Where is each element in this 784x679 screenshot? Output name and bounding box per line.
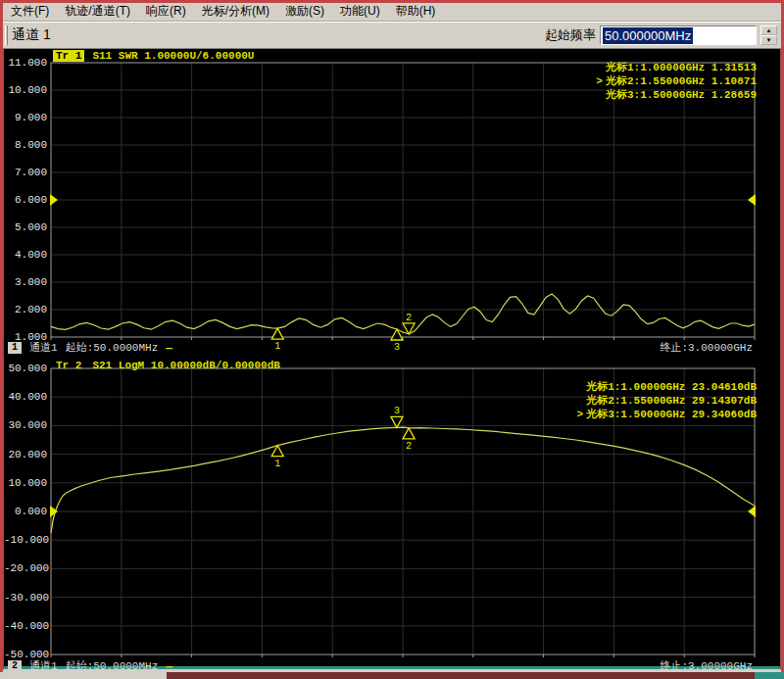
s21-y-axis: 50.00040.00030.00020.00010.0000.000-10.0… (4, 357, 49, 669)
y-axis-label: 8.000 (4, 139, 47, 151)
start-frequency-value: 50.000000MHz (603, 27, 693, 44)
s21-marker-readout: 光标1:1.00000GHz 23.04610dB 光标2:1.55000GHz… (577, 380, 757, 421)
menu-item-3[interactable]: 光标/分析(M) (194, 2, 277, 22)
marker-readout-row: 光标2:1.55000GHz 29.14307dB (577, 394, 757, 408)
trace1-badge[interactable]: Tr 1 (53, 50, 84, 62)
status-start-freq: 起始:50.0000MHz (66, 340, 159, 355)
y-axis-label: 10.000 (4, 84, 47, 96)
y-axis-label: 5.000 (4, 221, 47, 233)
s11-trace-header[interactable]: Tr 1 S11 SWR 1.00000U/6.00000U (53, 50, 254, 62)
trace1-label: S11 SWR 1.00000U/6.00000U (92, 50, 254, 62)
sweep-indicator: — (166, 660, 172, 672)
menu-item-4[interactable]: 激励(S) (277, 2, 332, 22)
y-axis-label: 10.000 (4, 477, 47, 489)
marker-2-icon (403, 428, 415, 439)
stepper-down-icon[interactable]: ▼ (760, 35, 777, 45)
marker-readout-row: >光标2:1.55000GHz 1.10871 (596, 74, 757, 88)
stepper-up-icon[interactable]: ▲ (760, 25, 777, 35)
chart-s21-logmag: 123 50.00040.00030.00020.00010.0000.000-… (4, 357, 780, 669)
y-axis-label: 20.000 (4, 449, 47, 461)
channel-number-badge[interactable]: 2 (8, 660, 22, 672)
vna-app-window: 文件(F)轨迹/通道(T)响应(R)光标/分析(M)激励(S)功能(U)帮助(H… (0, 0, 784, 672)
y-axis-label: -40.000 (4, 620, 47, 632)
channel-title: 通道 1 (12, 26, 51, 44)
ref-level-right-icon (748, 506, 756, 517)
toolbar-grip (5, 25, 8, 45)
y-axis-label: 50.000 (4, 363, 47, 374)
desktop-edge-gray (0, 672, 167, 679)
status-channel: 通道1 (29, 340, 58, 355)
y-axis-label: 9.000 (4, 112, 47, 123)
status-stop-freq: 终止:3.00000GHz (660, 340, 753, 355)
menu-item-2[interactable]: 响应(R) (138, 2, 194, 22)
y-axis-label: 11.000 (4, 57, 47, 69)
desktop-edge (0, 672, 784, 679)
status-start-freq: 起始:50.0000MHz (66, 658, 159, 673)
channel-toolbar: 通道 1 起始频率 50.000000MHz ▲ ▼ (3, 22, 781, 49)
y-axis-label: 7.000 (4, 167, 47, 178)
menu-item-0[interactable]: 文件(F) (3, 2, 57, 22)
status-channel: 通道1 (29, 658, 58, 673)
y-axis-label: 6.000 (4, 194, 47, 206)
charts-area: 123 11.00010.0009.0008.0007.0006.0005.00… (3, 49, 781, 669)
marker-readout-row: >光标3:1.50000GHz 29.34060dB (577, 408, 757, 421)
active-marker-arrow: > (596, 75, 603, 87)
y-axis-label: 3.000 (4, 276, 47, 288)
sweep-indicator: — (166, 342, 172, 354)
status-stop-freq: 终止:3.00000GHz (660, 658, 753, 673)
active-marker-arrow: > (577, 409, 584, 420)
channel-number-badge[interactable]: 1 (8, 342, 22, 354)
chart-s11-swr: 123 11.00010.0009.0008.0007.0006.0005.00… (4, 49, 780, 357)
menu-bar: 文件(F)轨迹/通道(T)响应(R)光标/分析(M)激励(S)功能(U)帮助(H… (3, 3, 781, 22)
svg-text:3: 3 (394, 406, 400, 416)
svg-text:2: 2 (406, 313, 412, 323)
marker-1-icon (271, 328, 283, 339)
start-frequency-label: 起始频率 (545, 26, 596, 44)
y-axis-label: 30.000 (4, 419, 47, 431)
marker-readout-row: 光标1:1.00000GHz 1.31513 (596, 61, 757, 74)
s11-marker-readout: 光标1:1.00000GHz 1.31513 >光标2:1.55000GHz 1… (596, 61, 757, 102)
y-axis-label: -20.000 (4, 562, 47, 574)
s11-y-axis: 11.00010.0009.0008.0007.0006.0005.0004.0… (4, 49, 49, 357)
s21-trace-header[interactable]: Tr 2 S21 LogM 10.00000dB/0.00000dB (53, 360, 280, 371)
ref-level-left-icon (50, 194, 58, 206)
y-axis-label: 40.000 (4, 391, 47, 403)
y-axis-label: 2.000 (4, 304, 47, 315)
frequency-stepper: ▲ ▼ (760, 25, 777, 45)
svg-text:2: 2 (406, 441, 412, 452)
trace2-badge[interactable]: Tr 2 (53, 360, 84, 371)
start-frequency-input[interactable]: 50.000000MHz (600, 25, 757, 45)
s11-channel-status: 1 通道1 起始:50.0000MHz — 终止:3.00000GHz (8, 340, 776, 355)
desktop-edge-maroon (167, 672, 755, 679)
menu-item-5[interactable]: 功能(U) (332, 2, 388, 22)
menu-item-1[interactable]: 轨迹/通道(T) (57, 2, 138, 22)
svg-text:1: 1 (274, 459, 280, 469)
y-axis-label: 0.000 (4, 506, 47, 517)
marker-readout-row: 光标3:1.50000GHz 1.28659 (596, 88, 757, 102)
ref-level-right-icon (748, 194, 756, 206)
y-axis-label: 4.000 (4, 249, 47, 261)
y-axis-label: -10.000 (4, 534, 47, 546)
menu-item-6[interactable]: 帮助(H) (388, 2, 444, 22)
marker-readout-row: 光标1:1.00000GHz 23.04610dB (577, 380, 757, 394)
trace2-label: S21 LogM 10.00000dB/0.00000dB (92, 360, 279, 371)
y-axis-label: -30.000 (4, 592, 47, 604)
s21-channel-status: 2 通道1 起始:50.0000MHz — 终止:3.00000GHz (8, 658, 776, 673)
